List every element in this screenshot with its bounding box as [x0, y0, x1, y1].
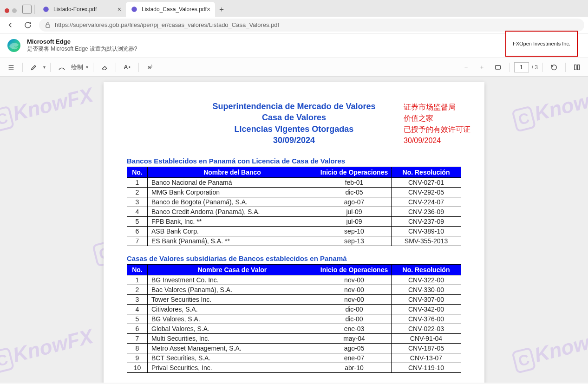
svg-rect-8: [575, 65, 576, 70]
close-icon[interactable]: ×: [207, 6, 210, 13]
page-view-icon[interactable]: [570, 61, 583, 74]
separator: [34, 5, 35, 14]
url-box[interactable]: https://supervalores.gob.pa/files/iper/p…: [39, 19, 584, 32]
table-row: 10Prival Securities, Inc.abr-10CNV-119-1…: [127, 363, 461, 373]
table-row: 4Banco Credit Andorra (Panamá), S.A.jul-…: [127, 207, 461, 217]
tab-actions-icon[interactable]: [22, 5, 32, 14]
table-row: 3Tower Securities Inc.nov-00CNV-307-00: [127, 295, 461, 305]
zoom-out-button[interactable]: −: [460, 61, 473, 74]
refresh-button[interactable]: [21, 19, 34, 32]
url-text: https://supervalores.gob.pa/files/iper/p…: [55, 21, 279, 28]
tab-label: Listado-Forex.pdf: [53, 6, 97, 13]
default-browser-prompt: Microsoft Edge 是否要将 Microsoft Edge 设置为默认…: [0, 33, 588, 58]
table-casas: No. Nombre Casa de Valor Inicio de Opera…: [127, 264, 461, 373]
table-row: 5FPB Bank, Inc. **jul-09CNV-237-09: [127, 217, 461, 227]
tab-label: Listado_Casa_Valores.pdf: [142, 6, 207, 13]
tab-listado-casa-valores[interactable]: Listado_Casa_Valores.pdf ×: [126, 2, 215, 17]
text-icon[interactable]: A∘: [121, 61, 134, 74]
translation-overlay: 证券市场监督局 价值之家 已授予的有效许可证 30/09/2024: [404, 102, 470, 146]
fit-page-icon[interactable]: [491, 61, 504, 74]
address-bar: https://supervalores.gob.pa/files/iper/p…: [0, 17, 588, 33]
table-row: 4Citivalores, S.A.dic-00CNV-342-00: [127, 305, 461, 314]
table-row: 6Global Valores, S.A.ene-03CNV-022-03: [127, 324, 461, 334]
zoom-in-button[interactable]: +: [476, 61, 489, 74]
chevron-down-icon[interactable]: ▾: [43, 65, 46, 70]
table-row: 2MMG Bank Corporationdic-05CNV-292-05: [127, 188, 461, 197]
edge-logo-icon: [7, 38, 21, 53]
chevron-down-icon[interactable]: ▾: [86, 65, 88, 70]
pdf-viewer[interactable]: CKnowFX CKnowFX CKnowFX CKnowFX CKnowFX …: [0, 77, 588, 383]
section-title-2: Casas de Valores subsidiarias de Bancos …: [127, 254, 461, 262]
profile-icon[interactable]: [3, 8, 20, 17]
separator: [509, 63, 510, 72]
page-number-input[interactable]: [514, 62, 529, 72]
new-tab-button[interactable]: ＋: [215, 3, 228, 16]
svg-rect-2: [46, 25, 50, 27]
prompt-subtitle: 是否要将 Microsoft Edge 设置为默认浏览器?: [27, 45, 137, 53]
back-button[interactable]: [4, 19, 17, 32]
table-row: 9BCT Securities, S.A.ene-07CNV-13-07: [127, 353, 461, 363]
table-row: 7ES Bank (Panamá), S.A. **sep-13SMV-355-…: [127, 236, 461, 246]
draw-icon[interactable]: [55, 61, 68, 74]
titlebar: Listado-Forex.pdf × Listado_Casa_Valores…: [0, 0, 588, 17]
separator: [565, 63, 566, 72]
svg-rect-9: [577, 65, 579, 70]
highlight-icon[interactable]: [27, 61, 40, 74]
contents-icon[interactable]: [5, 61, 18, 74]
section-title-1: Bancos Establecidos en Panamá con Licenc…: [127, 157, 461, 165]
separator: [542, 63, 543, 72]
tab-listado-forex[interactable]: Listado-Forex.pdf ×: [38, 2, 126, 17]
table-row: 7Multi Securities, Inc.may-04CNV-91-04: [127, 334, 461, 344]
separator: [116, 63, 116, 72]
erase-icon[interactable]: [98, 61, 111, 74]
svg-rect-7: [495, 65, 500, 69]
table-bancos: No. Nombre del Banco Inicio de Operacion…: [127, 167, 461, 246]
table-row: 6ASB Bank Corp.sep-10CNV-389-10: [127, 227, 461, 236]
table-row: 8Metro Asset Management, S.A.ago-05CNV-1…: [127, 344, 461, 353]
lock-icon: [45, 22, 51, 28]
table-row: 1BG Investment Co. Inc.nov-00CNV-322-00: [127, 275, 461, 285]
annotation-callout: FXOpen Investments Inc.: [505, 31, 578, 57]
svg-point-0: [43, 7, 49, 12]
table-row: 2Bac Valores (Panamá), S.A.nov-00CNV-330…: [127, 285, 461, 295]
page-total: / 3: [532, 64, 538, 71]
rotate-icon[interactable]: [548, 61, 561, 74]
close-icon[interactable]: ×: [118, 6, 121, 13]
draw-label[interactable]: 绘制: [71, 63, 83, 72]
pdf-page: Superintendencia de Mercado de Valores C…: [104, 82, 484, 383]
separator: [50, 63, 51, 72]
read-aloud-icon[interactable]: a⁾: [144, 61, 157, 74]
svg-point-1: [131, 7, 137, 12]
pdf-toolbar: ▾ 绘制 ▾ A∘ a⁾ − + / 3: [0, 58, 588, 77]
prompt-title: Microsoft Edge: [27, 38, 137, 45]
table-row: 3Banco de Bogota (Panamá), S.A.ago-07CNV…: [127, 197, 461, 207]
separator: [22, 63, 23, 72]
separator: [138, 63, 139, 72]
table-row: 5BG Valores, S.A.dic-00CNV-376-00: [127, 314, 461, 324]
table-row: 1Banco Nacional de Panamáfeb-01CNV-027-0…: [127, 178, 461, 188]
pdf-icon: [42, 6, 50, 13]
pdf-icon: [131, 6, 138, 13]
separator: [93, 63, 93, 72]
